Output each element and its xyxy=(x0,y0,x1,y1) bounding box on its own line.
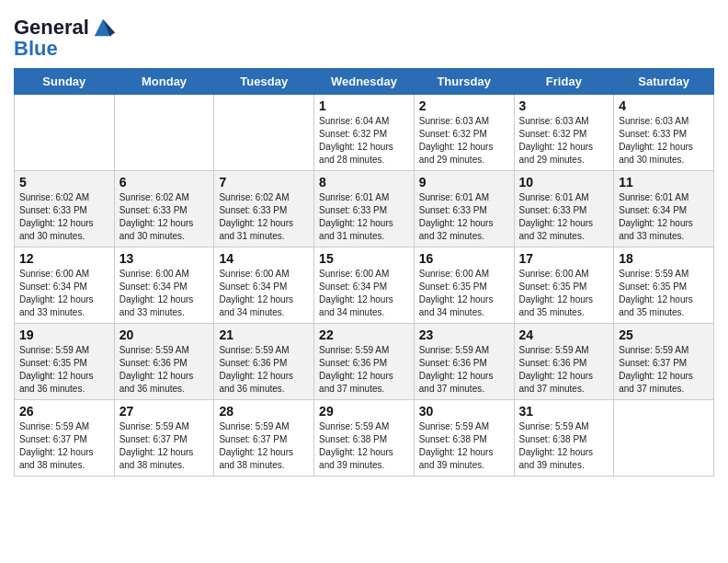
day-info: Sunrise: 6:01 AMSunset: 6:34 PMDaylight:… xyxy=(619,191,709,243)
day-info: Sunrise: 5:59 AMSunset: 6:38 PMDaylight:… xyxy=(519,420,609,472)
day-info: Sunrise: 6:00 AMSunset: 6:34 PMDaylight:… xyxy=(319,268,409,319)
day-cell: 3Sunrise: 6:03 AMSunset: 6:32 PMDaylight… xyxy=(514,95,614,171)
day-cell: 17Sunrise: 6:00 AMSunset: 6:35 PMDayligh… xyxy=(514,247,614,324)
day-cell: 21Sunrise: 5:59 AMSunset: 6:36 PMDayligh… xyxy=(214,324,314,400)
calendar-week-row: 26Sunrise: 5:59 AMSunset: 6:37 PMDayligh… xyxy=(15,400,714,477)
day-info: Sunrise: 6:03 AMSunset: 6:33 PMDaylight:… xyxy=(619,115,709,167)
day-info: Sunrise: 6:01 AMSunset: 6:33 PMDaylight:… xyxy=(419,191,509,243)
day-info: Sunrise: 5:59 AMSunset: 6:38 PMDaylight:… xyxy=(319,420,409,472)
calendar-week-row: 19Sunrise: 5:59 AMSunset: 6:35 PMDayligh… xyxy=(15,324,714,400)
day-number: 14 xyxy=(219,251,309,266)
day-number: 26 xyxy=(19,404,109,419)
empty-day-cell xyxy=(214,95,314,171)
day-number: 29 xyxy=(319,404,409,419)
day-info: Sunrise: 5:59 AMSunset: 6:35 PMDaylight:… xyxy=(19,344,109,396)
day-info: Sunrise: 6:00 AMSunset: 6:34 PMDaylight:… xyxy=(19,268,109,319)
day-number: 24 xyxy=(519,327,609,342)
day-info: Sunrise: 5:59 AMSunset: 6:38 PMDaylight:… xyxy=(419,420,509,472)
day-number: 23 xyxy=(419,327,509,342)
day-number: 12 xyxy=(19,251,109,266)
day-cell: 31Sunrise: 5:59 AMSunset: 6:38 PMDayligh… xyxy=(514,400,614,477)
day-cell: 27Sunrise: 5:59 AMSunset: 6:37 PMDayligh… xyxy=(114,400,214,477)
header: General Blue xyxy=(14,9,714,59)
day-info: Sunrise: 5:59 AMSunset: 6:36 PMDaylight:… xyxy=(219,344,309,396)
day-cell: 12Sunrise: 6:00 AMSunset: 6:34 PMDayligh… xyxy=(15,247,115,324)
day-cell: 20Sunrise: 5:59 AMSunset: 6:36 PMDayligh… xyxy=(114,324,214,400)
weekday-header-wednesday: Wednesday xyxy=(314,69,415,95)
weekday-header-tuesday: Tuesday xyxy=(214,69,314,95)
empty-day-cell xyxy=(15,95,115,171)
day-cell: 16Sunrise: 6:00 AMSunset: 6:35 PMDayligh… xyxy=(414,247,514,324)
day-info: Sunrise: 6:00 AMSunset: 6:35 PMDaylight:… xyxy=(419,268,509,319)
day-number: 13 xyxy=(119,251,210,266)
day-cell: 18Sunrise: 5:59 AMSunset: 6:35 PMDayligh… xyxy=(614,247,714,324)
day-cell: 28Sunrise: 5:59 AMSunset: 6:37 PMDayligh… xyxy=(214,400,314,477)
day-cell: 7Sunrise: 6:02 AMSunset: 6:33 PMDaylight… xyxy=(214,171,314,247)
day-number: 19 xyxy=(19,327,109,342)
day-cell: 23Sunrise: 5:59 AMSunset: 6:36 PMDayligh… xyxy=(414,324,514,400)
weekday-header-saturday: Saturday xyxy=(614,69,714,95)
day-number: 7 xyxy=(219,175,309,190)
logo-text-blue: Blue xyxy=(14,39,58,59)
day-info: Sunrise: 6:04 AMSunset: 6:32 PMDaylight:… xyxy=(319,115,409,167)
day-cell: 8Sunrise: 6:01 AMSunset: 6:33 PMDaylight… xyxy=(314,171,415,247)
day-number: 3 xyxy=(519,98,609,113)
day-number: 15 xyxy=(319,251,409,266)
day-number: 2 xyxy=(419,98,509,113)
logo: General Blue xyxy=(14,15,117,59)
day-number: 8 xyxy=(319,175,409,190)
day-number: 9 xyxy=(419,175,509,190)
day-number: 16 xyxy=(419,251,509,266)
day-cell: 5Sunrise: 6:02 AMSunset: 6:33 PMDaylight… xyxy=(15,171,115,247)
weekday-header-monday: Monday xyxy=(114,69,214,95)
day-cell: 13Sunrise: 6:00 AMSunset: 6:34 PMDayligh… xyxy=(114,247,214,324)
day-cell: 24Sunrise: 5:59 AMSunset: 6:36 PMDayligh… xyxy=(514,324,614,400)
day-number: 11 xyxy=(619,175,709,190)
day-cell: 1Sunrise: 6:04 AMSunset: 6:32 PMDaylight… xyxy=(314,95,415,171)
calendar: SundayMondayTuesdayWednesdayThursdayFrid… xyxy=(14,68,714,477)
day-info: Sunrise: 5:59 AMSunset: 6:37 PMDaylight:… xyxy=(619,344,709,396)
day-number: 4 xyxy=(619,98,709,113)
day-info: Sunrise: 6:03 AMSunset: 6:32 PMDaylight:… xyxy=(419,115,509,167)
empty-day-cell xyxy=(614,400,714,477)
day-number: 30 xyxy=(419,404,509,419)
day-number: 25 xyxy=(619,327,709,342)
day-cell: 29Sunrise: 5:59 AMSunset: 6:38 PMDayligh… xyxy=(314,400,415,477)
day-info: Sunrise: 5:59 AMSunset: 6:36 PMDaylight:… xyxy=(519,344,609,396)
logo-text-general: General xyxy=(14,17,89,38)
day-cell: 14Sunrise: 6:00 AMSunset: 6:34 PMDayligh… xyxy=(214,247,314,324)
day-info: Sunrise: 6:02 AMSunset: 6:33 PMDaylight:… xyxy=(219,191,309,243)
day-number: 6 xyxy=(119,175,210,190)
day-cell: 2Sunrise: 6:03 AMSunset: 6:32 PMDaylight… xyxy=(414,95,514,171)
weekday-header-row: SundayMondayTuesdayWednesdayThursdayFrid… xyxy=(15,69,714,95)
day-info: Sunrise: 6:00 AMSunset: 6:35 PMDaylight:… xyxy=(519,268,609,319)
logo-icon xyxy=(91,15,117,40)
page: General Blue SundayMondayTuesdayWednesda… xyxy=(0,0,728,490)
day-info: Sunrise: 6:00 AMSunset: 6:34 PMDaylight:… xyxy=(119,268,210,319)
day-info: Sunrise: 5:59 AMSunset: 6:35 PMDaylight:… xyxy=(619,268,709,319)
day-cell: 19Sunrise: 5:59 AMSunset: 6:35 PMDayligh… xyxy=(15,324,115,400)
day-info: Sunrise: 6:03 AMSunset: 6:32 PMDaylight:… xyxy=(519,115,609,167)
day-number: 1 xyxy=(319,98,409,113)
weekday-header-friday: Friday xyxy=(514,69,614,95)
day-info: Sunrise: 5:59 AMSunset: 6:36 PMDaylight:… xyxy=(119,344,210,396)
day-number: 10 xyxy=(519,175,609,190)
day-info: Sunrise: 5:59 AMSunset: 6:36 PMDaylight:… xyxy=(419,344,509,396)
day-info: Sunrise: 6:00 AMSunset: 6:34 PMDaylight:… xyxy=(219,268,309,319)
day-cell: 9Sunrise: 6:01 AMSunset: 6:33 PMDaylight… xyxy=(414,171,514,247)
day-info: Sunrise: 5:59 AMSunset: 6:37 PMDaylight:… xyxy=(19,420,109,472)
day-number: 17 xyxy=(519,251,609,266)
calendar-week-row: 5Sunrise: 6:02 AMSunset: 6:33 PMDaylight… xyxy=(15,171,714,247)
day-info: Sunrise: 6:01 AMSunset: 6:33 PMDaylight:… xyxy=(519,191,609,243)
day-cell: 6Sunrise: 6:02 AMSunset: 6:33 PMDaylight… xyxy=(114,171,214,247)
day-cell: 26Sunrise: 5:59 AMSunset: 6:37 PMDayligh… xyxy=(15,400,115,477)
day-number: 28 xyxy=(219,404,309,419)
day-cell: 11Sunrise: 6:01 AMSunset: 6:34 PMDayligh… xyxy=(614,171,714,247)
day-number: 20 xyxy=(119,327,210,342)
day-info: Sunrise: 6:02 AMSunset: 6:33 PMDaylight:… xyxy=(19,191,109,243)
day-info: Sunrise: 6:01 AMSunset: 6:33 PMDaylight:… xyxy=(319,191,409,243)
day-cell: 25Sunrise: 5:59 AMSunset: 6:37 PMDayligh… xyxy=(614,324,714,400)
calendar-week-row: 12Sunrise: 6:00 AMSunset: 6:34 PMDayligh… xyxy=(15,247,714,324)
day-number: 5 xyxy=(19,175,109,190)
day-number: 18 xyxy=(619,251,709,266)
